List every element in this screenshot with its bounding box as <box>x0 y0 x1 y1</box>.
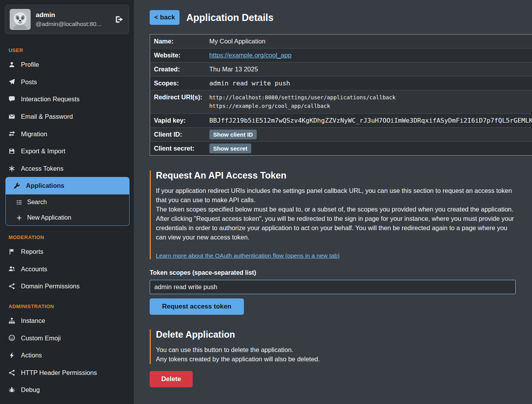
list-icon <box>16 199 22 205</box>
sidebar-item-domain-permissions[interactable]: Domain Permissions <box>0 277 134 295</box>
sign-out-icon[interactable] <box>115 15 124 24</box>
paper-plane-icon <box>9 78 15 85</box>
paragraph: The token scopes specified below must be… <box>156 205 516 214</box>
table-row-client-id: Client ID: Show client ID <box>150 128 532 142</box>
asterisk-icon <box>9 165 15 172</box>
token-scopes-input[interactable] <box>150 280 516 294</box>
delete-application-docs: Delete Application You can use this butt… <box>150 329 516 364</box>
back-button[interactable]: < back <box>150 10 180 25</box>
users-icon <box>9 265 15 272</box>
main-content: < back Application Details Name: My Cool… <box>134 0 532 404</box>
row-value: BBJffJ219b5iE512m7wQSzv4KgKDhgZZVzNyWC_r… <box>206 114 532 128</box>
row-value: https://example.org/cool_app <box>206 49 532 62</box>
table-row-created: Created: Thu Mar 13 2025 <box>150 62 532 76</box>
applications-submenu: Search New Application <box>5 194 130 226</box>
bug-icon <box>9 387 15 393</box>
page-header: < back Application Details <box>150 10 516 25</box>
sidebar-item-email-password[interactable]: Email & Password <box>0 108 134 125</box>
sidebar-item-interaction-requests[interactable]: Interaction Requests <box>0 90 134 108</box>
nav-label: Custom Emoji <box>21 334 61 342</box>
section-heading: Delete Application <box>156 329 516 340</box>
nav-label: Instance <box>21 317 45 325</box>
nav-label: Reports <box>21 248 43 256</box>
envelope-icon <box>9 113 15 120</box>
row-label: Client ID: <box>150 128 206 142</box>
nav-label: Interaction Requests <box>21 95 79 103</box>
user-icon <box>9 61 15 68</box>
row-value: Show client ID <box>206 128 532 142</box>
sidebar-item-new-application[interactable]: New Application <box>6 210 129 225</box>
sidebar-item-instance[interactable]: Instance <box>0 312 134 329</box>
show-client-id-button[interactable]: Show client ID <box>209 130 257 139</box>
token-form: Token scopes (space-separated list) Requ… <box>150 269 516 315</box>
request-access-token-button[interactable]: Request access token <box>150 298 244 315</box>
row-value: admin read write push <box>206 76 532 90</box>
row-label: Scopes: <box>150 76 206 90</box>
sloth-avatar <box>10 9 31 30</box>
website-link[interactable]: https://example.org/cool_app <box>209 52 292 59</box>
nav-label: Actions <box>21 351 42 359</box>
row-value: Thu Mar 13 2025 <box>206 62 532 76</box>
row-label: Website: <box>150 49 206 62</box>
user-handle: @admin@localhost:80... <box>36 21 110 28</box>
nav-label: Search <box>27 198 47 206</box>
sidebar-item-posts[interactable]: Posts <box>0 73 134 91</box>
paragraph: After clicking "Request access token", y… <box>156 214 516 242</box>
oauth-docs-link[interactable]: Learn more about the OAuth authenticatio… <box>156 252 340 259</box>
nav-label: Migration <box>21 130 47 138</box>
table-row-name: Name: My Cool Application <box>150 35 532 49</box>
row-label: Name: <box>150 35 206 49</box>
row-label: Client secret: <box>150 142 206 156</box>
sidebar-item-custom-emoji[interactable]: Custom Emoji <box>0 329 134 347</box>
user-meta: admin @admin@localhost:80... <box>36 11 110 28</box>
table-row-client-secret: Client secret: Show secret <box>150 142 532 156</box>
nav-label: Domain Permissions <box>21 282 79 290</box>
table-row-vapid-key: Vapid key: BBJffJ219b5iE512m7wQSzv4KgKDh… <box>150 114 532 128</box>
sidebar-item-access-tokens[interactable]: Access Tokens <box>0 160 134 177</box>
delete-button[interactable]: Delete <box>150 371 193 387</box>
user-card[interactable]: admin @admin@localhost:80... <box>5 5 129 34</box>
nav-label: HTTP Header Permissions <box>21 369 97 377</box>
sitemap-icon <box>9 317 15 324</box>
redirect-uri: http://localhost:8080/settings/user/appl… <box>209 94 532 102</box>
show-secret-button[interactable]: Show secret <box>209 144 251 153</box>
flag-icon <box>9 248 15 255</box>
floppy-icon <box>9 148 15 154</box>
sidebar-item-search[interactable]: Search <box>6 194 129 210</box>
sidebar-nav: USER Profile Posts Interaction Requests … <box>0 39 134 399</box>
token-scopes-label: Token scopes (space-separated list) <box>150 269 516 276</box>
application-details-table: Name: My Cool Application Website: https… <box>150 34 532 156</box>
table-row-redirect-uris: Redirect URI(s): http://localhost:8080/s… <box>150 90 532 114</box>
sidebar-item-actions[interactable]: Actions <box>0 347 134 364</box>
page-title: Application Details <box>186 12 273 23</box>
redirect-uri: https://example.org/cool_app/callback <box>209 102 532 111</box>
row-value: My Cool Application <box>206 35 532 49</box>
sidebar-item-profile[interactable]: Profile <box>0 56 134 73</box>
section-label-user: USER <box>0 39 134 56</box>
user-avatar <box>10 9 31 30</box>
sidebar-item-applications[interactable]: Applications <box>5 177 130 194</box>
comment-icon <box>9 96 15 102</box>
nav-label: Posts <box>21 78 37 86</box>
sidebar-item-reports[interactable]: Reports <box>0 243 134 260</box>
row-label: Created: <box>150 62 206 76</box>
share-nodes-icon <box>9 369 15 376</box>
sidebar-item-migration[interactable]: Migration <box>0 125 134 143</box>
row-label: Vapid key: <box>150 114 206 128</box>
sidebar-item-http-header-permissions[interactable]: HTTP Header Permissions <box>0 364 134 381</box>
sidebar-item-export-import[interactable]: Export & Import <box>0 142 134 160</box>
sidebar: admin @admin@localhost:80... USER Profil… <box>0 0 134 404</box>
applications-group: Applications Search New Application <box>5 177 130 226</box>
sidebar-item-debug[interactable]: Debug <box>0 381 134 399</box>
plus-icon <box>16 215 22 221</box>
share-nodes-icon <box>9 283 15 290</box>
sidebar-item-accounts[interactable]: Accounts <box>0 260 134 278</box>
nav-label: Applications <box>26 182 64 190</box>
row-value: Show secret <box>206 142 532 156</box>
delete-application-section: Delete Application You can use this butt… <box>150 329 516 387</box>
nav-label: Access Tokens <box>21 165 64 173</box>
nav-label: Debug <box>21 386 40 394</box>
nav-label: Export & Import <box>21 147 66 155</box>
nav-label: New Application <box>27 214 71 222</box>
section-heading: Request An API Access Token <box>156 170 516 181</box>
